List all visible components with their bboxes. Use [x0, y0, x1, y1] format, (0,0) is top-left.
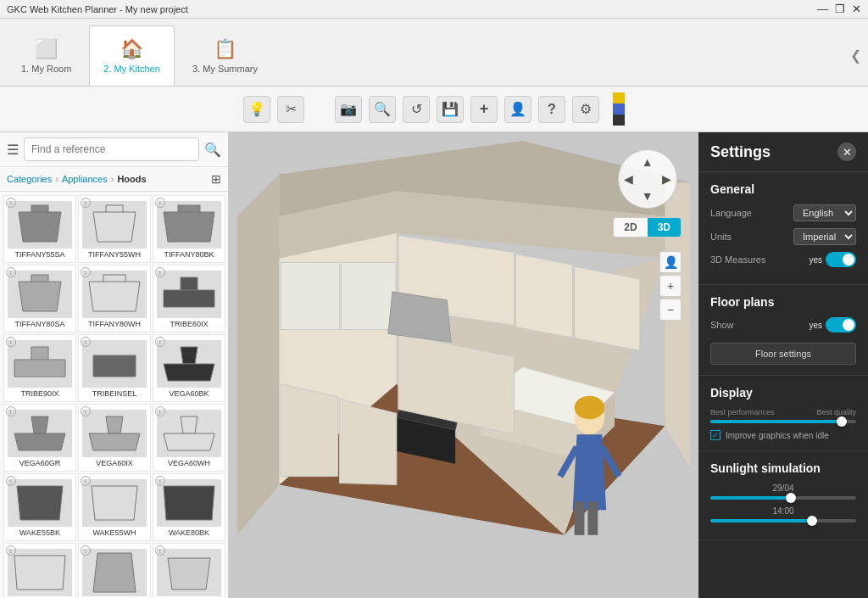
show-toggle[interactable]: yes	[809, 317, 856, 333]
zoom-in-button[interactable]: +	[659, 275, 682, 297]
settings-panel: Settings ✕ General Language English Fren…	[698, 132, 868, 598]
tool-help[interactable]: ?	[538, 96, 565, 123]
minimize-button[interactable]: —	[817, 3, 828, 15]
zoom-out-button[interactable]: −	[659, 299, 682, 321]
tool-camera[interactable]: 📷	[335, 96, 362, 123]
product-info-icon[interactable]: i	[81, 545, 91, 556]
svg-marker-26	[14, 556, 65, 590]
quality-slider-track[interactable]	[710, 420, 856, 423]
date-slider-track[interactable]	[710, 496, 856, 500]
tool-zoom[interactable]: 🔍	[369, 96, 396, 123]
product-item[interactable]: iX59263MD20	[78, 543, 151, 598]
list-view-icon[interactable]: ⊞	[211, 172, 221, 186]
product-item[interactable]: iTIFFANY55SA	[3, 195, 76, 263]
product-item[interactable]: iTIFFANY80BK	[153, 195, 225, 263]
tool-save[interactable]: 💾	[437, 96, 464, 123]
search-input[interactable]	[24, 137, 199, 161]
product-item[interactable]: iVEGA60BK	[153, 334, 225, 402]
product-item[interactable]: iWAKE55WH	[78, 473, 151, 541]
menu-icon[interactable]: ☰	[7, 142, 19, 158]
product-item[interactable]: iVEGA60WH	[153, 404, 225, 472]
product-item[interactable]: iWAKE80BK	[153, 473, 225, 541]
time-slider-thumb[interactable]	[807, 516, 817, 526]
product-info-icon[interactable]: i	[155, 476, 165, 486]
product-image	[82, 271, 147, 318]
improve-graphics-checkbox[interactable]	[710, 430, 721, 440]
product-item[interactable]: iTIFFANY80WH	[78, 265, 151, 333]
quality-slider-thumb[interactable]	[837, 416, 847, 427]
language-select[interactable]: English French German	[793, 204, 856, 221]
product-info-icon[interactable]: i	[81, 406, 91, 416]
viewport[interactable]: ▲ ◀ ▶ ▼ 2D 3D 👤 + −	[229, 132, 698, 598]
product-info-icon[interactable]: i	[155, 337, 165, 347]
product-info-icon[interactable]: i	[81, 198, 91, 208]
tool-lightbulb[interactable]: 💡	[243, 96, 270, 123]
product-item[interactable]: iTRIBE60IX	[153, 265, 225, 333]
units-select[interactable]: Imperial Metric	[793, 228, 856, 245]
product-item[interactable]: iTIFFANY80SA	[3, 265, 76, 333]
product-item[interactable]: iTRIBEINSEL	[78, 334, 151, 402]
product-info-icon[interactable]: i	[6, 267, 16, 277]
settings-header: Settings ✕	[698, 132, 868, 172]
tabs: ⬜ 1. My Room 🏠 2. My Kitchen 📋 3. My Sum…	[0, 19, 868, 87]
product-item[interactable]: iTIFFANY55WH	[78, 195, 151, 263]
tool-undo[interactable]: ↺	[403, 96, 430, 123]
show-label: Show	[710, 320, 734, 330]
svg-rect-37	[342, 262, 396, 329]
svg-marker-34	[237, 174, 279, 534]
product-info-icon[interactable]: i	[6, 198, 16, 208]
breadcrumb-appliances[interactable]: Appliances	[62, 174, 108, 184]
time-slider-track[interactable]	[710, 519, 856, 523]
close-button[interactable]: ✕	[852, 3, 861, 15]
product-info-icon[interactable]: i	[155, 406, 165, 416]
zoom-person-icon[interactable]: 👤	[659, 251, 682, 273]
view-3d-button[interactable]: 3D	[648, 218, 681, 237]
floor-settings-button[interactable]: Floor settings	[710, 343, 856, 365]
product-info-icon[interactable]: i	[81, 476, 91, 486]
product-info-icon[interactable]: i	[155, 198, 165, 208]
product-info-icon[interactable]: i	[155, 267, 165, 277]
date-slider-thumb[interactable]	[786, 493, 796, 503]
show-track[interactable]	[826, 317, 856, 333]
product-info-icon[interactable]: i	[155, 545, 165, 556]
tab-kitchen[interactable]: 🏠 2. My Kitchen	[89, 25, 175, 86]
tool-magic[interactable]: ✂	[277, 96, 304, 123]
product-info-icon[interactable]: i	[6, 476, 16, 486]
breadcrumb-categories[interactable]: Categories	[7, 174, 52, 184]
3d-measures-toggle[interactable]: yes	[809, 252, 856, 267]
settings-close-button[interactable]: ✕	[837, 143, 856, 161]
product-info-icon[interactable]: i	[6, 406, 16, 416]
product-info-icon[interactable]: i	[6, 337, 16, 347]
search-icon[interactable]: 🔍	[204, 142, 221, 158]
collapse-icon[interactable]: ❮	[850, 48, 861, 64]
maximize-button[interactable]: ❐	[835, 3, 845, 15]
nav-up[interactable]: ▲	[642, 155, 654, 169]
navigation-ring[interactable]: ▲ ◀ ▶ ▼	[618, 149, 677, 209]
tab-summary[interactable]: 📋 3. My Summary	[178, 25, 272, 86]
svg-marker-52	[573, 434, 607, 510]
room-icon: ⬜	[35, 38, 58, 60]
quality-slider-container: Best performances Best quality	[710, 408, 856, 423]
view-2d-button[interactable]: 2D	[614, 218, 647, 237]
tool-settings[interactable]: ⚙	[572, 96, 599, 123]
nav-down[interactable]: ▼	[642, 189, 654, 203]
product-image	[82, 410, 147, 457]
product-item[interactable]: iVEGA60IX	[78, 404, 151, 472]
product-info-icon[interactable]: i	[81, 267, 91, 277]
svg-rect-36	[281, 262, 339, 329]
nav-right[interactable]: ▶	[662, 172, 671, 186]
nav-left[interactable]: ◀	[624, 172, 633, 186]
3d-measures-track[interactable]	[826, 252, 856, 267]
time-slider-fill	[710, 519, 812, 523]
product-name: TIFFANY80SA	[14, 320, 64, 328]
product-item[interactable]: iWAKE80WH	[3, 543, 76, 598]
product-item[interactable]: iVEGA60GR	[3, 404, 76, 472]
tool-person[interactable]: 👤	[504, 96, 531, 123]
product-item[interactable]: iX66163MD10	[153, 543, 225, 598]
product-item[interactable]: iWAKE55BK	[3, 473, 76, 541]
product-item[interactable]: iTRIBE90IX	[3, 334, 76, 402]
tab-room[interactable]: ⬜ 1. My Room	[7, 25, 86, 86]
tool-add[interactable]: +	[470, 96, 498, 123]
product-info-icon[interactable]: i	[6, 545, 16, 556]
product-info-icon[interactable]: i	[81, 337, 91, 347]
